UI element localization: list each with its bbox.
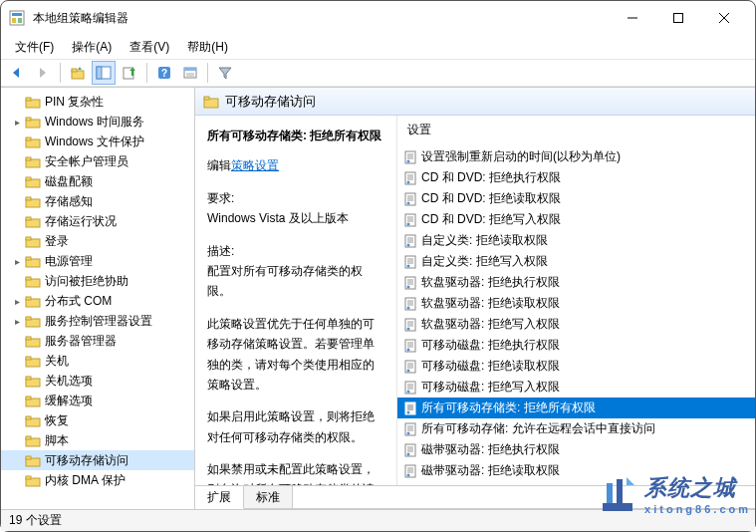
- pane-title: 可移动存储访问: [225, 93, 316, 111]
- tree-item[interactable]: 存储运行状况: [1, 211, 194, 231]
- settings-item[interactable]: 可移动磁盘: 拒绝执行权限: [397, 335, 755, 356]
- settings-item[interactable]: CD 和 DVD: 拒绝读取权限: [397, 188, 755, 209]
- svg-rect-52: [26, 416, 31, 419]
- tree-item[interactable]: ▸服务控制管理器设置: [1, 311, 194, 331]
- tree-item-label: Windows 时间服务: [45, 114, 144, 131]
- policy-icon: [403, 339, 417, 353]
- settings-item[interactable]: CD 和 DVD: 拒绝执行权限: [397, 167, 755, 188]
- settings-item-label: 可移动磁盘: 拒绝执行权限: [421, 337, 560, 354]
- tree-item-label: 磁盘配额: [45, 173, 93, 190]
- settings-item-label: 可移动磁盘: 拒绝写入权限: [421, 379, 560, 396]
- back-button[interactable]: [5, 61, 29, 85]
- settings-item[interactable]: 自定义类: 拒绝写入权限: [397, 251, 755, 272]
- tab-extended[interactable]: 扩展: [195, 486, 244, 509]
- tree-item[interactable]: ▸分布式 COM: [1, 291, 194, 311]
- settings-item[interactable]: 所有可移动存储类: 拒绝所有权限: [397, 398, 755, 418]
- tabs: 扩展 标准: [195, 485, 755, 509]
- expand-icon[interactable]: ▸: [11, 316, 23, 327]
- svg-rect-131: [405, 444, 415, 456]
- settings-item[interactable]: 软盘驱动器: 拒绝写入权限: [397, 314, 755, 335]
- policy-icon: [403, 234, 417, 248]
- settings-item[interactable]: 所有可移动存储: 允许在远程会话中直接访问: [397, 418, 755, 439]
- tree-item[interactable]: 关机选项: [1, 371, 194, 391]
- tree-item[interactable]: ▸Windows 时间服务: [1, 112, 194, 132]
- settings-column-header[interactable]: 设置: [397, 116, 755, 146]
- tree-item[interactable]: PIN 复杂性: [1, 92, 194, 112]
- tree-item[interactable]: 访问被拒绝协助: [1, 271, 194, 291]
- folder-icon: [25, 255, 41, 268]
- tree-item[interactable]: 恢复: [1, 410, 194, 430]
- settings-item-label: CD 和 DVD: 拒绝执行权限: [421, 169, 561, 186]
- maximize-button[interactable]: [655, 3, 701, 33]
- settings-item[interactable]: 软盘驱动器: 拒绝执行权限: [397, 272, 755, 293]
- tree-item-label: 存储感知: [45, 193, 93, 210]
- settings-item[interactable]: 可移动磁盘: 拒绝写入权限: [397, 377, 755, 398]
- svg-point-80: [407, 222, 410, 225]
- policy-icon: [403, 443, 417, 457]
- svg-rect-1: [12, 13, 22, 16]
- expand-icon[interactable]: ▸: [11, 117, 23, 128]
- svg-rect-9: [72, 69, 77, 72]
- forward-button[interactable]: [31, 61, 55, 85]
- detail-column: 所有可移动存储类: 拒绝所有权限 编辑策略设置 要求:Windows Vista…: [195, 116, 396, 485]
- svg-rect-58: [26, 476, 31, 479]
- settings-item-label: 软盘驱动器: 拒绝读取权限: [421, 295, 560, 312]
- tree-item[interactable]: 安全帐户管理员: [1, 151, 194, 171]
- policy-icon: [403, 381, 417, 395]
- expand-icon[interactable]: ▸: [11, 256, 23, 267]
- svg-rect-36: [26, 257, 31, 260]
- window-title: 本地组策略编辑器: [33, 10, 610, 27]
- settings-item[interactable]: 设置强制重新启动的时间(以秒为单位): [397, 146, 755, 167]
- tab-standard[interactable]: 标准: [244, 486, 293, 509]
- menu-file[interactable]: 文件(F): [7, 37, 62, 58]
- settings-item[interactable]: 软盘驱动器: 拒绝读取权限: [397, 293, 755, 314]
- edit-policy-link[interactable]: 策略设置: [231, 158, 279, 172]
- tree-item-label: 关机: [45, 353, 69, 370]
- menu-view[interactable]: 查看(V): [122, 37, 177, 58]
- svg-point-95: [407, 285, 410, 288]
- pane-header: 可移动存储访问: [195, 88, 755, 116]
- svg-rect-38: [26, 277, 31, 280]
- properties-button[interactable]: [178, 61, 202, 85]
- tree-item[interactable]: ▸电源管理: [1, 251, 194, 271]
- settings-item[interactable]: 自定义类: 拒绝读取权限: [397, 230, 755, 251]
- help-button[interactable]: ?: [152, 61, 176, 85]
- tree-item[interactable]: 磁盘配额: [1, 171, 194, 191]
- svg-rect-3: [18, 18, 22, 23]
- tree-item[interactable]: 内核 DMA 保护: [1, 470, 194, 490]
- svg-rect-66: [405, 172, 415, 184]
- minimize-button[interactable]: [610, 3, 655, 33]
- tree-item-label: Windows 文件保护: [45, 133, 144, 150]
- svg-point-125: [407, 410, 410, 413]
- svg-point-70: [407, 180, 410, 183]
- tree-item[interactable]: Windows 文件保护: [1, 132, 194, 151]
- show-hide-tree-button[interactable]: [92, 61, 116, 85]
- svg-point-85: [407, 243, 410, 246]
- policy-icon: [403, 192, 417, 206]
- tree-item[interactable]: 登录: [1, 231, 194, 251]
- tree-item[interactable]: 服务器管理器: [1, 331, 194, 351]
- settings-item[interactable]: 磁带驱动器: 拒绝读取权限: [397, 460, 755, 481]
- up-button[interactable]: [66, 61, 90, 85]
- svg-rect-22: [26, 118, 31, 121]
- menu-help[interactable]: 帮助(H): [179, 37, 236, 58]
- tree-item[interactable]: 脚本: [1, 430, 194, 450]
- folder-icon: [25, 315, 41, 328]
- menu-action[interactable]: 操作(A): [64, 37, 120, 58]
- settings-item[interactable]: 磁带驱动器: 拒绝执行权限: [397, 439, 755, 460]
- export-button[interactable]: [118, 61, 141, 85]
- tree-item[interactable]: 可移动存储访问: [1, 450, 194, 470]
- svg-rect-121: [405, 402, 415, 414]
- svg-rect-26: [26, 157, 31, 160]
- settings-item[interactable]: CD 和 DVD: 拒绝写入权限: [397, 209, 755, 230]
- svg-rect-61: [405, 151, 415, 163]
- filter-button[interactable]: [213, 61, 237, 85]
- tree-item[interactable]: 关机: [1, 351, 194, 371]
- tree-item[interactable]: 存储感知: [1, 191, 194, 211]
- settings-item[interactable]: 可移动磁盘: 拒绝读取权限: [397, 356, 755, 377]
- close-button[interactable]: [701, 3, 747, 33]
- tree-pane[interactable]: PIN 复杂性▸Windows 时间服务Windows 文件保护安全帐户管理员磁…: [1, 88, 195, 509]
- svg-rect-44: [26, 337, 31, 340]
- expand-icon[interactable]: ▸: [11, 296, 23, 307]
- tree-item[interactable]: 缓解选项: [1, 391, 194, 410]
